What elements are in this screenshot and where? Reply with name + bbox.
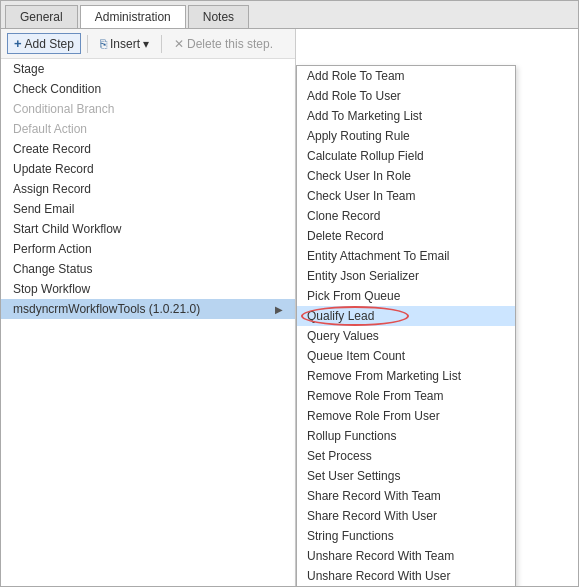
menu-item[interactable]: Check Condition [1,79,295,99]
menu-item[interactable]: Perform Action [1,239,295,259]
add-icon: + [14,36,22,51]
dropdown-item[interactable]: Check User In Role [297,166,515,186]
content-area: + Add Step ⎘ Insert ▾ ✕ Delete this step… [1,29,578,586]
tab-notes[interactable]: Notes [188,5,249,28]
dropdown-item[interactable]: Set User Settings [297,466,515,486]
dropdown-item[interactable]: Rollup Functions [297,426,515,446]
dropdown-item[interactable]: Set Process [297,446,515,466]
delete-label: Delete this step. [187,37,273,51]
menu-item[interactable]: Stop Workflow [1,279,295,299]
step-menu-list: StageCheck ConditionConditional BranchDe… [1,59,295,586]
menu-item[interactable]: Stage [1,59,295,79]
dropdown-item[interactable]: Entity Attachment To Email [297,246,515,266]
add-step-button[interactable]: + Add Step [7,33,81,54]
insert-icon: ⎘ [100,37,107,51]
menu-item[interactable]: Assign Record [1,179,295,199]
separator-2 [161,35,162,53]
menu-item[interactable]: Start Child Workflow [1,219,295,239]
menu-item[interactable]: Send Email [1,199,295,219]
delete-step-button[interactable]: ✕ Delete this step. [168,35,279,53]
dropdown-item[interactable]: Pick From Queue [297,286,515,306]
insert-button[interactable]: ⎘ Insert ▾ [94,35,155,53]
toolbar: + Add Step ⎘ Insert ▾ ✕ Delete this step… [1,29,295,59]
dropdown-item[interactable]: Remove Role From User [297,406,515,426]
dropdown-item[interactable]: Share Record With User [297,506,515,526]
dropdown-item[interactable]: Clone Record [297,206,515,226]
tab-administration[interactable]: Administration [80,5,186,28]
dropdown-item[interactable]: Add Role To Team [297,66,515,86]
insert-dropdown-arrow: ▾ [143,37,149,51]
dropdown-item[interactable]: Qualify Lead [297,306,515,326]
dropdown-item[interactable]: Delete Record [297,226,515,246]
tab-general[interactable]: General [5,5,78,28]
menu-item: Conditional Branch [1,99,295,119]
dropdown-item[interactable]: Share Record With Team [297,486,515,506]
dropdown-item[interactable]: Apply Routing Rule [297,126,515,146]
main-window: General Administration Notes + Add Step … [0,0,579,587]
dropdown-item[interactable]: Add To Marketing List [297,106,515,126]
insert-label: Insert [110,37,140,51]
menu-item: Default Action [1,119,295,139]
dropdown-item[interactable]: Remove Role From Team [297,386,515,406]
dropdown-item[interactable]: Query Values [297,326,515,346]
dropdown-item[interactable]: Calculate Rollup Field [297,146,515,166]
left-panel: + Add Step ⎘ Insert ▾ ✕ Delete this step… [1,29,296,586]
menu-item[interactable]: Create Record [1,139,295,159]
menu-item[interactable]: msdyncrmWorkflowTools (1.0.21.0)▶ [1,299,295,319]
submenu-arrow-icon: ▶ [275,304,283,315]
dropdown-item[interactable]: Remove From Marketing List [297,366,515,386]
dropdown-item[interactable]: Unshare Record With User [297,566,515,586]
tab-bar: General Administration Notes [1,1,578,29]
dropdown-item[interactable]: Queue Item Count [297,346,515,366]
dropdown-item[interactable]: Unshare Record With Team [297,546,515,566]
dropdown-item[interactable]: Check User In Team [297,186,515,206]
dropdown-item[interactable]: String Functions [297,526,515,546]
dropdown-item[interactable]: Add Role To User [297,86,515,106]
menu-item[interactable]: Change Status [1,259,295,279]
delete-icon: ✕ [174,37,184,51]
dropdown-panel: Add Role To TeamAdd Role To UserAdd To M… [296,65,516,586]
menu-item[interactable]: Update Record [1,159,295,179]
dropdown-item[interactable]: Entity Json Serializer [297,266,515,286]
separator-1 [87,35,88,53]
qualify-lead-wrapper: Qualify Lead [297,306,515,326]
add-step-label: Add Step [25,37,74,51]
